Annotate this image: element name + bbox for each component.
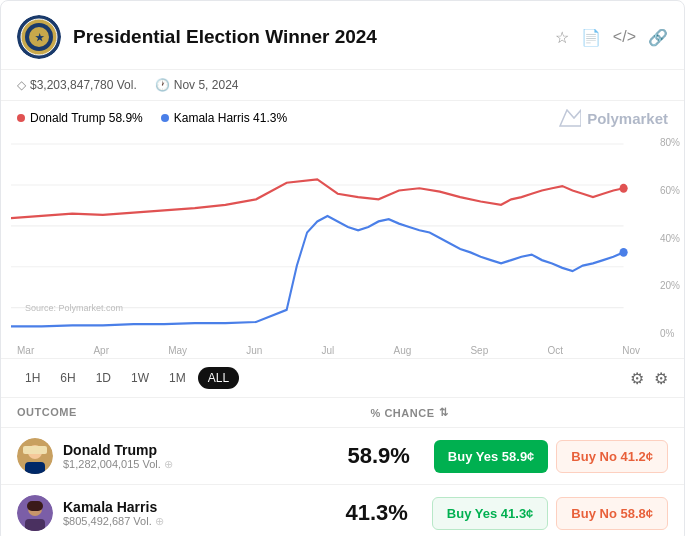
harris-dot — [161, 114, 169, 122]
source-label: Source: Polymarket.com — [25, 303, 123, 313]
volume-icon: ◇ — [17, 78, 26, 92]
btn-1w[interactable]: 1W — [123, 367, 157, 389]
svg-text:★: ★ — [35, 32, 45, 43]
harris-name: Kamala Harris — [63, 499, 164, 515]
trump-buy-yes[interactable]: Buy Yes 58.9¢ — [434, 440, 549, 473]
x-mar: Mar — [17, 345, 34, 356]
harris-avatar — [17, 495, 53, 531]
clock-icon: 🕐 — [155, 78, 170, 92]
settings-icon[interactable]: ⚙ — [654, 369, 668, 388]
chart-legend: Donald Trump 58.9% Kamala Harris 41.3% P… — [1, 101, 684, 129]
svg-rect-16 — [23, 446, 47, 454]
trump-percentage: 58.9% — [330, 443, 410, 469]
y-label-0: 0% — [660, 328, 680, 339]
harris-buy-no[interactable]: Buy No 58.8¢ — [556, 497, 668, 530]
logo: ★ — [17, 15, 61, 59]
y-axis: 80% 60% 40% 20% 0% — [660, 133, 680, 343]
svg-rect-20 — [27, 501, 43, 511]
header-actions: ☆ 📄 </> 🔗 — [555, 28, 668, 47]
svg-marker-5 — [560, 110, 581, 126]
info-icon: ⊕ — [164, 458, 173, 471]
svg-point-11 — [619, 184, 627, 193]
trump-name: Donald Trump — [63, 442, 173, 458]
svg-rect-19 — [25, 519, 45, 531]
harris-percentage: 41.3% — [328, 500, 408, 526]
outcome-col-label: OUTCOME — [17, 406, 77, 419]
trump-avatar — [17, 438, 53, 474]
date-text: Nov 5, 2024 — [174, 78, 239, 92]
filter-icon[interactable]: ⚙ — [630, 369, 644, 388]
btn-1d[interactable]: 1D — [88, 367, 119, 389]
sort-icon[interactable]: ⇅ — [439, 406, 449, 419]
trump-actions: Buy Yes 58.9¢ Buy No 41.2¢ — [434, 440, 668, 473]
volume-info: ◇ $3,203,847,780 Vol. — [17, 78, 137, 92]
date-info: 🕐 Nov 5, 2024 — [155, 78, 239, 92]
trump-row: Donald Trump $1,282,004,015 Vol. ⊕ 58.9%… — [1, 428, 684, 485]
x-nov: Nov — [622, 345, 640, 356]
chance-col-label: % CHANCE ⇅ — [371, 406, 448, 419]
btn-6h[interactable]: 6H — [52, 367, 83, 389]
y-label-60: 60% — [660, 185, 680, 196]
btn-all[interactable]: ALL — [198, 367, 239, 389]
x-sep: Sep — [470, 345, 488, 356]
main-container: ★ Presidential Election Winner 2024 ☆ 📄 … — [0, 0, 685, 536]
legend-harris: Kamala Harris 41.3% — [161, 111, 287, 125]
y-label-80: 80% — [660, 137, 680, 148]
x-apr: Apr — [93, 345, 109, 356]
trump-info: Donald Trump $1,282,004,015 Vol. ⊕ — [63, 442, 173, 471]
trump-legend-label: Donald Trump 58.9% — [30, 111, 143, 125]
legend-trump: Donald Trump 58.9% — [17, 111, 143, 125]
harris-volume: $805,492,687 Vol. ⊕ — [63, 515, 164, 528]
volume-text: $3,203,847,780 Vol. — [30, 78, 137, 92]
info-icon-2: ⊕ — [155, 515, 164, 528]
chart-container: 80% 60% 40% 20% 0% Source: Polymarket.co… — [1, 133, 684, 343]
x-jul: Jul — [322, 345, 335, 356]
y-label-20: 20% — [660, 280, 680, 291]
y-label-40: 40% — [660, 233, 680, 244]
btn-1h[interactable]: 1H — [17, 367, 48, 389]
harris-buy-yes[interactable]: Buy Yes 41.3¢ — [432, 497, 549, 530]
document-icon[interactable]: 📄 — [581, 28, 601, 47]
trump-dot — [17, 114, 25, 122]
trump-buy-no[interactable]: Buy No 41.2¢ — [556, 440, 668, 473]
btn-1m[interactable]: 1M — [161, 367, 194, 389]
subheader: ◇ $3,203,847,780 Vol. 🕐 Nov 5, 2024 — [1, 70, 684, 101]
svg-rect-15 — [25, 462, 45, 474]
x-jun: Jun — [246, 345, 262, 356]
x-axis: Mar Apr May Jun Jul Aug Sep Oct Nov — [1, 343, 684, 358]
x-oct: Oct — [547, 345, 563, 356]
harris-row: Kamala Harris $805,492,687 Vol. ⊕ 41.3% … — [1, 485, 684, 536]
time-controls: 1H 6H 1D 1W 1M ALL ⚙ ⚙ — [1, 358, 684, 398]
harris-actions: Buy Yes 41.3¢ Buy No 58.8¢ — [432, 497, 668, 530]
x-may: May — [168, 345, 187, 356]
polymarket-badge: Polymarket — [559, 109, 668, 127]
outcomes-header: OUTCOME % CHANCE ⇅ — [1, 398, 684, 428]
harris-info: Kamala Harris $805,492,687 Vol. ⊕ — [63, 499, 164, 528]
header: ★ Presidential Election Winner 2024 ☆ 📄 … — [1, 1, 684, 70]
star-icon[interactable]: ☆ — [555, 28, 569, 47]
x-aug: Aug — [393, 345, 411, 356]
code-icon[interactable]: </> — [613, 28, 636, 46]
trump-volume: $1,282,004,015 Vol. ⊕ — [63, 458, 173, 471]
harris-legend-label: Kamala Harris 41.3% — [174, 111, 287, 125]
chart-settings: ⚙ ⚙ — [630, 369, 668, 388]
page-title: Presidential Election Winner 2024 — [73, 26, 377, 48]
svg-point-12 — [619, 248, 627, 257]
polymarket-label: Polymarket — [587, 110, 668, 127]
link-icon[interactable]: 🔗 — [648, 28, 668, 47]
